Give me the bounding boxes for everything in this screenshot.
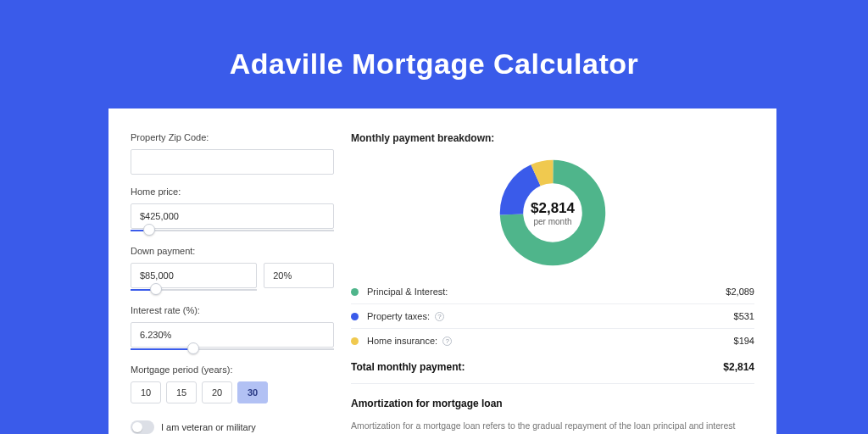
legend-label: Principal & Interest: <box>367 287 448 297</box>
breakdown-heading: Monthly payment breakdown: <box>351 132 754 144</box>
legend-label: Property taxes: <box>367 311 430 321</box>
legend-row: Home insurance:?$194 <box>351 329 754 353</box>
legend-label: Home insurance: <box>367 336 437 346</box>
page-title: Adaville Mortgage Calculator <box>0 0 868 81</box>
donut-chart: $2,814 per month <box>351 149 754 276</box>
home-price-label: Home price: <box>131 186 334 197</box>
donut-sub: per month <box>531 217 575 226</box>
amortization-text: Amortization for a mortgage loan refers … <box>351 420 754 434</box>
down-payment-pct-input[interactable] <box>264 263 334 288</box>
slider-thumb[interactable] <box>150 283 162 295</box>
period-label: Mortgage period (years): <box>131 364 334 375</box>
donut-amount: $2,814 <box>531 200 575 217</box>
down-payment-input[interactable] <box>131 263 257 288</box>
legend-row: Property taxes:?$531 <box>351 304 754 329</box>
total-label: Total monthly payment: <box>351 361 465 373</box>
home-price-input[interactable] <box>131 203 334 229</box>
interest-input[interactable] <box>131 322 334 348</box>
breakdown-column: Monthly payment breakdown: $2,814 per mo… <box>351 132 754 434</box>
info-icon[interactable]: ? <box>435 312 444 321</box>
legend-value: $194 <box>734 336 754 346</box>
zip-label: Property Zip Code: <box>131 132 334 142</box>
calculator-card: Property Zip Code: Home price: Down paym… <box>108 108 776 434</box>
slider-thumb[interactable] <box>143 224 155 236</box>
veteran-toggle[interactable] <box>131 420 154 434</box>
interest-label: Interest rate (%): <box>131 305 334 315</box>
period-button-30[interactable]: 30 <box>237 381 268 403</box>
total-value: $2,814 <box>723 361 754 373</box>
zip-input[interactable] <box>131 149 334 175</box>
interest-slider[interactable] <box>131 346 334 353</box>
slider-thumb[interactable] <box>187 342 199 354</box>
period-button-15[interactable]: 15 <box>166 381 197 403</box>
down-payment-label: Down payment: <box>131 246 334 256</box>
form-column: Property Zip Code: Home price: Down paym… <box>131 132 334 434</box>
period-button-10[interactable]: 10 <box>131 381 161 403</box>
veteran-label: I am veteran or military <box>161 422 256 432</box>
legend-dot <box>351 313 359 320</box>
period-button-row: 10152030 <box>131 381 334 403</box>
home-price-slider[interactable] <box>131 227 334 234</box>
legend-value: $2,089 <box>726 287 754 297</box>
info-icon[interactable]: ? <box>442 337 452 346</box>
period-button-20[interactable]: 20 <box>202 381 232 403</box>
down-payment-slider[interactable] <box>131 287 257 293</box>
legend-row: Principal & Interest:$2,089 <box>351 280 754 304</box>
amortization-heading: Amortization for mortgage loan <box>351 398 754 409</box>
legend-dot <box>351 288 359 296</box>
legend-value: $531 <box>734 311 754 321</box>
legend: Principal & Interest:$2,089Property taxe… <box>351 280 754 353</box>
legend-dot <box>351 337 359 345</box>
